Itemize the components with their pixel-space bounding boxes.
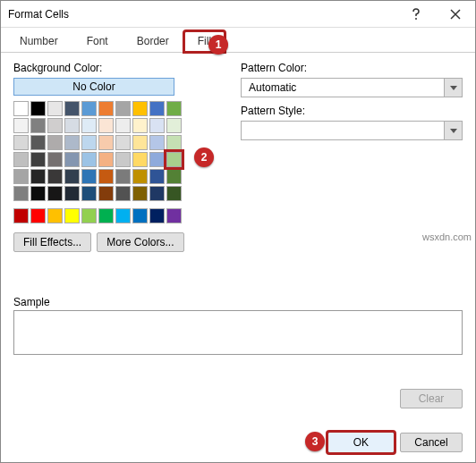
color-swatch[interactable] bbox=[115, 118, 131, 133]
extra-buttons-row: Fill Effects... More Colors... bbox=[13, 232, 219, 252]
no-color-button[interactable]: No Color bbox=[13, 78, 174, 96]
pattern-style-dropdown-arrow[interactable] bbox=[445, 121, 463, 140]
color-swatch[interactable] bbox=[30, 135, 46, 150]
color-swatch[interactable] bbox=[98, 135, 114, 150]
color-swatch[interactable] bbox=[64, 135, 80, 150]
close-button[interactable] bbox=[436, 1, 475, 28]
color-swatch[interactable] bbox=[132, 152, 148, 167]
color-swatch[interactable] bbox=[30, 208, 46, 223]
color-swatch[interactable] bbox=[64, 186, 80, 201]
color-swatch[interactable] bbox=[13, 135, 29, 150]
color-swatch[interactable] bbox=[149, 152, 165, 167]
dialog-footer: OK Cancel bbox=[327, 432, 463, 453]
color-swatch[interactable] bbox=[115, 101, 131, 116]
pattern-style-label: Pattern Style: bbox=[241, 105, 463, 117]
pattern-color-dropdown-arrow[interactable] bbox=[445, 78, 463, 97]
color-swatch[interactable] bbox=[115, 135, 131, 150]
pattern-color-dropdown[interactable]: Automatic bbox=[241, 78, 463, 97]
format-cells-dialog: Format Cells Number Font Border Fill Bac… bbox=[0, 0, 476, 463]
color-swatch[interactable] bbox=[47, 101, 63, 116]
sample-section: Sample bbox=[13, 296, 463, 355]
color-swatch[interactable] bbox=[30, 169, 46, 184]
color-swatch[interactable] bbox=[47, 186, 63, 201]
color-swatch[interactable] bbox=[30, 186, 46, 201]
color-swatch[interactable] bbox=[166, 118, 182, 133]
color-swatch[interactable] bbox=[98, 186, 114, 201]
color-swatch[interactable] bbox=[64, 208, 80, 223]
color-swatch[interactable] bbox=[132, 135, 148, 150]
color-swatch[interactable] bbox=[81, 101, 97, 116]
color-swatch[interactable] bbox=[149, 208, 165, 223]
color-swatch[interactable] bbox=[166, 101, 182, 116]
color-swatch[interactable] bbox=[115, 152, 131, 167]
color-swatch[interactable] bbox=[149, 169, 165, 184]
color-swatch[interactable] bbox=[115, 186, 131, 201]
pattern-style-value bbox=[241, 121, 445, 140]
color-swatch[interactable] bbox=[13, 169, 29, 184]
color-swatch[interactable] bbox=[81, 186, 97, 201]
color-swatch[interactable] bbox=[149, 101, 165, 116]
tab-border[interactable]: Border bbox=[123, 31, 183, 52]
color-swatch[interactable] bbox=[13, 186, 29, 201]
dialog-title: Format Cells bbox=[8, 8, 396, 21]
color-swatch[interactable] bbox=[81, 118, 97, 133]
color-swatch[interactable] bbox=[30, 152, 46, 167]
color-swatch[interactable] bbox=[47, 118, 63, 133]
color-swatch[interactable] bbox=[98, 101, 114, 116]
color-swatch[interactable] bbox=[47, 152, 63, 167]
color-swatch[interactable] bbox=[149, 186, 165, 201]
color-swatch[interactable] bbox=[166, 152, 182, 167]
color-swatch[interactable] bbox=[64, 118, 80, 133]
color-swatch[interactable] bbox=[81, 135, 97, 150]
color-swatch[interactable] bbox=[98, 118, 114, 133]
tab-font[interactable]: Font bbox=[73, 31, 122, 52]
color-swatch[interactable] bbox=[98, 208, 114, 223]
color-swatch[interactable] bbox=[132, 101, 148, 116]
color-swatch[interactable] bbox=[132, 186, 148, 201]
color-swatch[interactable] bbox=[115, 169, 131, 184]
fill-effects-button[interactable]: Fill Effects... bbox=[13, 232, 91, 252]
color-swatch[interactable] bbox=[81, 169, 97, 184]
clear-button[interactable]: Clear bbox=[400, 389, 463, 408]
color-swatch[interactable] bbox=[132, 208, 148, 223]
color-swatch[interactable] bbox=[47, 169, 63, 184]
color-swatch[interactable] bbox=[30, 101, 46, 116]
color-swatch[interactable] bbox=[47, 208, 63, 223]
color-swatch[interactable] bbox=[81, 152, 97, 167]
color-swatch[interactable] bbox=[64, 101, 80, 116]
color-swatch[interactable] bbox=[64, 152, 80, 167]
theme-color-grid bbox=[13, 101, 219, 201]
ok-button[interactable]: OK bbox=[327, 432, 395, 453]
right-column: Pattern Color: Automatic Pattern Style: bbox=[241, 62, 463, 252]
color-swatch[interactable] bbox=[98, 169, 114, 184]
help-icon bbox=[412, 8, 421, 21]
color-swatch[interactable] bbox=[30, 118, 46, 133]
annotation-3: 3 bbox=[305, 432, 325, 451]
annotation-2: 2 bbox=[194, 147, 214, 167]
color-swatch[interactable] bbox=[13, 118, 29, 133]
background-color-label: Background Color: bbox=[13, 62, 219, 74]
color-swatch[interactable] bbox=[166, 186, 182, 201]
color-swatch[interactable] bbox=[13, 152, 29, 167]
color-swatch[interactable] bbox=[149, 135, 165, 150]
color-swatch[interactable] bbox=[166, 208, 182, 223]
color-swatch[interactable] bbox=[47, 135, 63, 150]
more-colors-button[interactable]: More Colors... bbox=[97, 232, 183, 252]
color-swatch[interactable] bbox=[115, 208, 131, 223]
color-swatch[interactable] bbox=[149, 118, 165, 133]
help-button[interactable] bbox=[396, 1, 436, 28]
chevron-down-icon bbox=[450, 86, 457, 90]
color-swatch[interactable] bbox=[13, 208, 29, 223]
color-swatch[interactable] bbox=[166, 169, 182, 184]
pattern-style-dropdown[interactable] bbox=[241, 121, 463, 140]
color-swatch[interactable] bbox=[98, 152, 114, 167]
color-swatch[interactable] bbox=[64, 169, 80, 184]
color-swatch[interactable] bbox=[13, 101, 29, 116]
color-swatch[interactable] bbox=[166, 135, 182, 150]
tab-number[interactable]: Number bbox=[6, 31, 72, 52]
color-swatch[interactable] bbox=[132, 169, 148, 184]
color-swatch[interactable] bbox=[132, 118, 148, 133]
cancel-button[interactable]: Cancel bbox=[400, 433, 463, 452]
color-swatch[interactable] bbox=[81, 208, 97, 223]
pattern-color-label: Pattern Color: bbox=[241, 62, 463, 74]
